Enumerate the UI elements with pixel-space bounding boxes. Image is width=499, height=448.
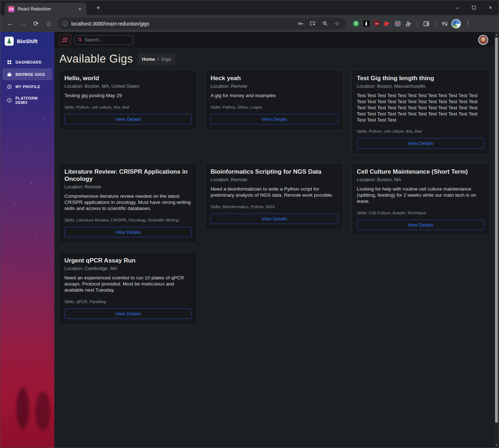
gig-description: Need a bioinformatician to write a Pytho… [210,186,338,198]
minimize-button[interactable]: – [449,0,466,15]
gig-description: Comprehensive literature review needed o… [64,193,192,212]
zoom-icon[interactable] [321,19,329,28]
extension-icon-green[interactable]: D [352,20,359,27]
sidebar-item-label: MY PROFILE [15,84,40,89]
view-details-button[interactable]: View Details [210,114,338,124]
view-details-button[interactable]: View Details [357,138,484,148]
tab-strip: CR React Reduction × + – × [0,0,499,15]
sidebar-item-dashboard[interactable]: DASHBOARD [3,56,52,68]
tab-close-icon[interactable]: × [77,6,83,12]
site-info-icon[interactable]: i [62,21,68,26]
breadcrumb: Home / Gigs [138,53,175,65]
search-icon [78,37,82,43]
brand[interactable]: BioShift [0,32,54,50]
bookmark-star-icon[interactable]: ☆ [333,19,341,28]
gig-skills: Skills: Cell Culture, Aseptic Technique [357,211,484,215]
sidebar-item-my-profile[interactable]: MY PROFILE [3,81,52,92]
browser-menu-icon[interactable]: ⋮ [464,20,471,27]
extension-icon-play[interactable] [384,20,391,27]
flask-logo-icon [5,37,14,46]
gig-title: Bioinformatics Scripting for NGS Data [210,168,338,175]
maximize-button[interactable] [466,0,482,15]
browser-tab[interactable]: CR React Reduction × [5,3,87,15]
gig-description: Need an experienced scientist to run 10 … [64,275,192,293]
gig-description: Testing gig posting May 29 [64,93,192,99]
gig-card: Hello, world Location: Boston, MA, Unite… [59,70,197,130]
gig-description: Looking for help with routine cell cultu… [357,186,484,205]
briefcase-icon [6,72,12,77]
gig-skills: Skills: Python, cell culture, this, that [357,129,484,133]
sidebar-toggle-button[interactable] [59,35,71,45]
view-details-button[interactable]: View Details [64,227,192,237]
new-tab-button[interactable]: + [94,4,103,12]
app-navbar [54,32,494,48]
sidebar-item-browse-gigs[interactable]: BROWSE GIGS [3,68,52,80]
sidebar-item-label: BROWSE GIGS [15,72,45,77]
reload-icon[interactable]: ⟳ [30,18,42,30]
gig-card: Test Gig thing length thing Location: Bo… [351,70,490,154]
toolbar-divider [435,20,436,27]
gig-location: Location: Boston, MA, United States [64,83,192,89]
view-details-button[interactable]: View Details [357,220,484,230]
extension-icon-dark[interactable] [363,20,370,27]
gig-title: Cell Culture Maintenance (Short Term) [357,168,484,175]
gig-card: Literature Review: CRISPR Applications i… [59,163,197,243]
gig-title: Literature Review: CRISPR Applications i… [64,168,192,183]
gig-skills: Skills: Bioinformatics, Python, NGS [210,205,338,209]
browser-profile-avatar[interactable] [452,19,461,28]
maximize-icon [472,6,476,9]
main-area: Available Gigs Home / Gigs Hello, world … [54,32,494,448]
info-circle-icon [6,98,12,103]
brand-name: BioShift [17,38,38,44]
search-box [74,35,133,45]
extension-icon-owl[interactable] [394,20,401,27]
tab-title: React Reduction [18,6,73,12]
extensions-puzzle-icon[interactable] [404,20,412,27]
page-title: Available Gigs [59,52,133,65]
gig-location: Location: Boston, MA [357,177,484,182]
scrollbar-track[interactable] [494,37,499,443]
home-icon[interactable]: ⌂ [43,18,55,30]
toolbar-divider [417,20,417,27]
gig-description: A gig for money and examples [210,93,338,99]
gig-title: Test Gig thing length thing [357,75,484,82]
media-controls-icon[interactable] [441,20,448,27]
gig-location: Location: Boston, Massachusetts [357,83,484,89]
password-key-icon[interactable] [296,19,305,28]
view-details-button[interactable]: View Details [210,214,338,224]
user-avatar[interactable] [478,35,488,45]
extension-icon-shield[interactable]: UD [373,20,380,27]
breadcrumb-home[interactable]: Home [142,56,155,62]
gig-skills: Skills: qPCR, Pipetting [64,300,192,304]
gig-skills: Skills: Python, cell culture, this, that [64,105,192,109]
back-icon[interactable]: ← [4,18,16,30]
browser-window: CR React Reduction × + – × ← → ⟳ ⌂ i loc… [0,0,499,448]
address-bar[interactable]: i localhost:3000/react-reduction/gigs ☆ [58,18,346,29]
browser-toolbar: ← → ⟳ ⌂ i localhost:3000/react-reduction… [0,15,499,32]
favicon: CR [8,6,14,12]
search-input[interactable] [85,37,130,42]
gig-description: Test Test Test Test Test Test Test Test … [357,93,484,123]
close-button[interactable]: × [482,0,499,15]
forward-icon[interactable]: → [17,18,29,30]
view-details-button[interactable]: View Details [64,308,192,319]
sidebar-item-platform-demo[interactable]: PLATFORM DEMO [3,93,52,108]
side-panel-search-icon[interactable] [423,20,430,27]
extensions-row: D UD ⋮ [352,19,471,28]
url-text: localhost:3000/react-reduction/gigs [71,21,292,27]
cast-download-icon[interactable] [308,19,317,28]
view-details-button[interactable]: View Details [64,114,192,124]
gig-card: Urgent qPCR Assay Run Location: Cambridg… [59,252,197,325]
window-controls: – × [449,0,499,15]
gig-title: Hello, world [64,75,192,82]
scrollbar-thumb[interactable] [495,37,498,423]
sidebar: BioShift DASHBOARD BROWSE GIGS [0,32,54,448]
page-header: Available Gigs Home / Gigs [59,52,490,65]
gig-title: Heck yeah [210,75,338,82]
sidebar-item-label: DASHBOARD [15,60,42,64]
gig-skills: Skills: Literature Review, CRISPR, Oncol… [64,218,192,222]
gigs-grid: Hello, world Location: Boston, MA, Unite… [59,70,490,325]
dashboard-grid-icon [6,59,12,65]
scrollbar-down-icon[interactable]: ▼ [495,443,498,448]
scrollbar-up-icon[interactable]: ▲ [495,32,498,37]
